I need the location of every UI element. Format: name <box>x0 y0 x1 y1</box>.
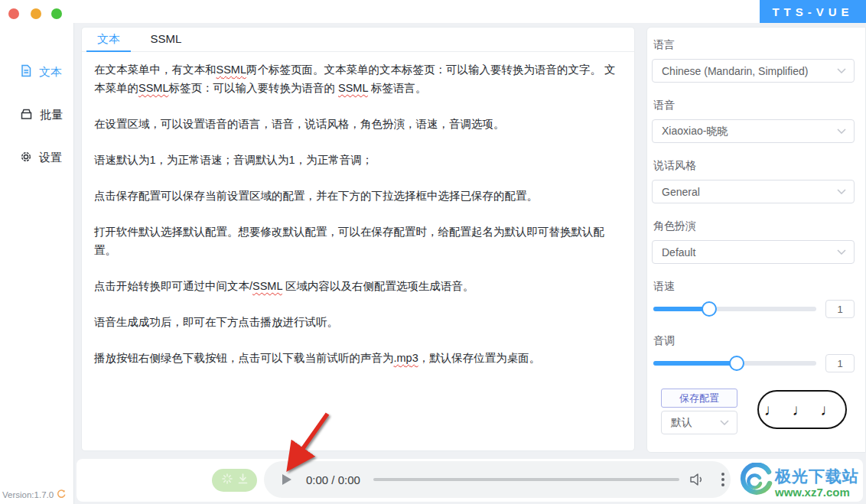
pitch-slider-fill <box>653 361 737 366</box>
speed-slider[interactable] <box>653 301 816 317</box>
player-bar: 0:00 / 0:00 极光下载站 www.xz7.com <box>77 459 863 502</box>
player-time: 0:00 / 0:00 <box>306 473 360 486</box>
voice-select[interactable]: Xiaoxiao-晓晓 <box>652 119 855 143</box>
config-select-value: 默认 <box>671 416 692 430</box>
paragraph: 在设置区域，可以设置语音的语言，语音，说话风格，角色扮演，语速，音调选项。 <box>94 115 622 133</box>
sidebar-item-text[interactable]: 文本 <box>0 58 73 86</box>
watermark: 极光下载站 www.xz7.com <box>737 463 859 502</box>
speed-value-box[interactable]: 1 <box>825 300 855 318</box>
style-value: General <box>662 186 700 198</box>
sidebar-item-label: 文本 <box>39 65 62 80</box>
paragraph: 语速默认为1，为正常语速；音调默认为1，为正常音调； <box>94 151 622 169</box>
sidebar-item-label: 批量 <box>40 108 63 122</box>
save-config-button[interactable]: 保存配置 <box>661 389 737 408</box>
language-label: 语言 <box>653 38 855 52</box>
spinner-icon <box>222 473 233 487</box>
text-editor[interactable]: 在文本菜单中，有文本和SSML两个标签页面。文本菜单的文本标签页：可以输入要转换… <box>82 52 634 367</box>
document-icon <box>20 64 32 80</box>
download-icon <box>238 473 248 487</box>
paragraph: 点击开始转换即可通过中间文本/SSML 区域内容以及右侧配置选项生成语音。 <box>94 277 622 295</box>
style-label: 说话风格 <box>653 159 855 173</box>
tab-text[interactable]: 文本 <box>86 28 131 51</box>
more-vertical-icon[interactable] <box>718 470 728 489</box>
app-logo: TTS-VUE <box>760 0 866 23</box>
close-window-button[interactable] <box>8 8 19 19</box>
download-audio-button[interactable] <box>212 469 257 492</box>
config-row: 保存配置 默认 ♩ ♩ ♩ <box>661 389 855 434</box>
play-icon[interactable] <box>282 474 292 485</box>
paragraph: 语音生成成功后，即可在下方点击播放进行试听。 <box>94 313 622 331</box>
music-notes-button[interactable]: ♩ ♩ ♩ <box>757 390 847 429</box>
tab-ssml[interactable]: SSML <box>144 28 188 51</box>
minimize-window-button[interactable] <box>31 8 41 19</box>
chevron-down-icon <box>720 420 729 425</box>
zoom-window-button[interactable] <box>51 8 62 19</box>
voice-value: Xiaoxiao-晓晓 <box>662 125 728 138</box>
language-value: Chinese (Mandarin, Simplified) <box>662 65 808 77</box>
tabbar: 文本 SSML <box>82 28 634 52</box>
pitch-slider-thumb[interactable] <box>729 356 744 371</box>
config-select[interactable]: 默认 <box>661 411 737 434</box>
paragraph: 播放按钮右侧绿色下载按钮，点击可以下载当前试听的声音为.mp3，默认保存位置为桌… <box>94 349 622 367</box>
speed-label: 语速 <box>653 280 855 294</box>
volume-icon[interactable] <box>690 473 705 486</box>
sidebar: 文本 批量 设置 Version:1.7.0 <box>0 23 74 504</box>
settings-panel: 语言 Chinese (Mandarin, Simplified) 语音 Xia… <box>646 27 866 453</box>
style-select[interactable]: General <box>652 180 855 203</box>
paragraph: 打开软件默认选择默认配置。想要修改默认配置，可以在保存配置时，给配置起名为默认即… <box>94 223 622 259</box>
version-row: Version:1.7.0 <box>2 489 66 500</box>
sidebar-item-batch[interactable]: 批量 <box>0 101 73 128</box>
pitch-slider[interactable] <box>653 356 816 371</box>
speed-slider-thumb[interactable] <box>702 301 717 317</box>
seek-bar[interactable] <box>373 478 679 481</box>
watermark-site-url: www.xz7.com <box>775 486 859 498</box>
pitch-value-box[interactable]: 1 <box>825 354 855 372</box>
chevron-down-icon <box>837 128 846 134</box>
audio-player: 0:00 / 0:00 <box>264 461 731 498</box>
paragraph: 在文本菜单中，有文本和SSML两个标签页面。文本菜单的文本标签页：可以输入要转换… <box>94 60 622 97</box>
pitch-label: 音调 <box>653 334 855 348</box>
chevron-down-icon <box>837 68 846 73</box>
role-value: Default <box>662 246 695 259</box>
speed-slider-fill <box>653 307 709 311</box>
speed-slider-row: 1 <box>652 301 855 317</box>
batch-icon <box>20 108 33 122</box>
titlebar: TTS-VUE <box>0 0 866 23</box>
language-select[interactable]: Chinese (Mandarin, Simplified) <box>652 59 855 83</box>
voice-label: 语音 <box>653 99 855 112</box>
chevron-down-icon <box>837 249 846 255</box>
watermark-logo <box>737 463 773 502</box>
role-select[interactable]: Default <box>652 240 855 264</box>
app-window: TTS-VUE 文本 批量 设置 Version:1.7.0 <box>0 0 866 504</box>
sidebar-item-settings[interactable]: 设置 <box>0 144 73 171</box>
paragraph: 点击保存配置可以保存当前设置区域的配置，并在下方的下拉选择框中选择已保存的配置。 <box>94 187 622 205</box>
version-label: Version:1.7.0 <box>2 490 54 499</box>
gear-icon <box>20 151 32 165</box>
watermark-site-name: 极光下载站 <box>775 468 859 484</box>
sidebar-item-label: 设置 <box>39 151 62 165</box>
pitch-slider-row: 1 <box>652 355 855 372</box>
role-label: 角色扮演 <box>653 219 855 233</box>
refresh-icon[interactable] <box>57 489 66 500</box>
chevron-down-icon <box>837 189 846 194</box>
text-card: 文本 SSML 在文本菜单中，有文本和SSML两个标签页面。文本菜单的文本标签页… <box>81 27 635 451</box>
